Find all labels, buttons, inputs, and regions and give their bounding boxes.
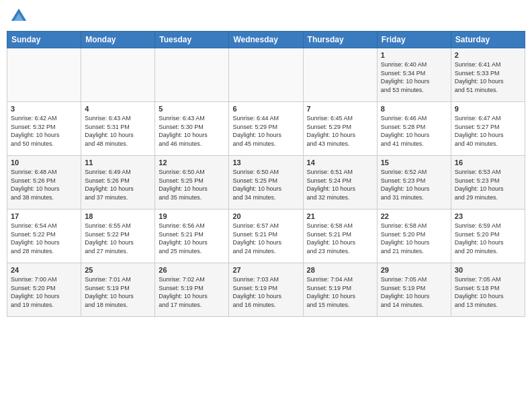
weekday-header-saturday: Saturday (451, 32, 525, 48)
day-cell: 5Sunrise: 6:43 AM Sunset: 5:30 PM Daylig… (155, 102, 229, 156)
weekday-header-friday: Friday (377, 32, 451, 48)
weekday-header-monday: Monday (81, 32, 155, 48)
day-number: 12 (159, 158, 225, 167)
day-number: 16 (455, 158, 521, 167)
day-info: Sunrise: 7:05 AM Sunset: 5:19 PM Dayligh… (381, 275, 447, 309)
day-cell (155, 48, 229, 102)
day-cell: 26Sunrise: 7:02 AM Sunset: 5:19 PM Dayli… (155, 263, 229, 317)
logo-icon (9, 7, 28, 26)
day-number: 26 (159, 266, 225, 274)
day-info: Sunrise: 7:05 AM Sunset: 5:18 PM Dayligh… (455, 275, 521, 309)
day-number: 1 (381, 51, 447, 59)
day-cell: 19Sunrise: 6:56 AM Sunset: 5:21 PM Dayli… (155, 210, 229, 263)
day-info: Sunrise: 6:58 AM Sunset: 5:21 PM Dayligh… (307, 222, 373, 255)
day-number: 22 (381, 212, 447, 220)
day-cell: 28Sunrise: 7:04 AM Sunset: 5:19 PM Dayli… (303, 263, 377, 317)
day-number: 9 (455, 105, 521, 113)
day-cell: 6Sunrise: 6:44 AM Sunset: 5:29 PM Daylig… (229, 102, 303, 156)
week-row-5: 24Sunrise: 7:00 AM Sunset: 5:20 PM Dayli… (7, 263, 525, 317)
day-info: Sunrise: 6:59 AM Sunset: 5:20 PM Dayligh… (455, 222, 521, 255)
day-number: 24 (11, 266, 77, 274)
day-cell: 15Sunrise: 6:52 AM Sunset: 5:23 PM Dayli… (377, 156, 451, 210)
day-info: Sunrise: 6:47 AM Sunset: 5:27 PM Dayligh… (455, 114, 521, 148)
day-info: Sunrise: 6:53 AM Sunset: 5:23 PM Dayligh… (455, 168, 521, 201)
day-number: 13 (232, 158, 299, 167)
day-cell: 13Sunrise: 6:50 AM Sunset: 5:25 PM Dayli… (229, 156, 303, 210)
day-info: Sunrise: 6:51 AM Sunset: 5:24 PM Dayligh… (307, 168, 373, 201)
day-cell: 7Sunrise: 6:45 AM Sunset: 5:29 PM Daylig… (303, 102, 377, 156)
day-info: Sunrise: 6:40 AM Sunset: 5:34 PM Dayligh… (381, 60, 447, 94)
weekday-header-wednesday: Wednesday (229, 32, 303, 48)
day-cell: 12Sunrise: 6:50 AM Sunset: 5:25 PM Dayli… (155, 156, 229, 210)
day-number: 27 (232, 266, 299, 274)
day-cell: 10Sunrise: 6:48 AM Sunset: 5:26 PM Dayli… (7, 156, 81, 210)
day-number: 25 (85, 266, 151, 274)
day-cell: 4Sunrise: 6:43 AM Sunset: 5:31 PM Daylig… (81, 102, 155, 156)
day-number: 23 (455, 212, 521, 220)
day-info: Sunrise: 6:43 AM Sunset: 5:31 PM Dayligh… (85, 114, 151, 148)
day-info: Sunrise: 6:42 AM Sunset: 5:32 PM Dayligh… (11, 114, 77, 148)
day-cell: 11Sunrise: 6:49 AM Sunset: 5:26 PM Dayli… (81, 156, 155, 210)
day-cell (81, 48, 155, 102)
day-cell: 8Sunrise: 6:46 AM Sunset: 5:28 PM Daylig… (377, 102, 451, 156)
day-info: Sunrise: 6:57 AM Sunset: 5:21 PM Dayligh… (232, 222, 299, 255)
day-number: 19 (159, 212, 225, 220)
page-header (7, 7, 525, 26)
day-info: Sunrise: 7:00 AM Sunset: 5:20 PM Dayligh… (11, 275, 77, 309)
day-number: 18 (85, 212, 151, 220)
day-cell: 1Sunrise: 6:40 AM Sunset: 5:34 PM Daylig… (377, 48, 451, 102)
weekday-header-sunday: Sunday (7, 32, 81, 48)
weekday-header-row: SundayMondayTuesdayWednesdayThursdayFrid… (7, 32, 525, 48)
day-number: 10 (11, 158, 77, 167)
day-number: 11 (85, 158, 151, 167)
day-number: 8 (381, 105, 447, 113)
weekday-header-thursday: Thursday (303, 32, 377, 48)
day-number: 20 (232, 212, 299, 220)
week-row-4: 17Sunrise: 6:54 AM Sunset: 5:22 PM Dayli… (7, 210, 525, 263)
day-cell: 30Sunrise: 7:05 AM Sunset: 5:18 PM Dayli… (451, 263, 525, 317)
day-number: 29 (381, 266, 447, 274)
day-number: 15 (381, 158, 447, 167)
day-cell: 9Sunrise: 6:47 AM Sunset: 5:27 PM Daylig… (451, 102, 525, 156)
day-cell: 16Sunrise: 6:53 AM Sunset: 5:23 PM Dayli… (451, 156, 525, 210)
day-number: 14 (307, 158, 373, 167)
day-cell: 2Sunrise: 6:41 AM Sunset: 5:33 PM Daylig… (451, 48, 525, 102)
day-info: Sunrise: 6:43 AM Sunset: 5:30 PM Dayligh… (159, 114, 225, 148)
day-info: Sunrise: 6:41 AM Sunset: 5:33 PM Dayligh… (455, 60, 521, 94)
calendar-table: SundayMondayTuesdayWednesdayThursdayFrid… (7, 31, 525, 317)
day-info: Sunrise: 6:46 AM Sunset: 5:28 PM Dayligh… (381, 114, 447, 148)
day-info: Sunrise: 6:50 AM Sunset: 5:25 PM Dayligh… (159, 168, 225, 201)
day-number: 6 (232, 105, 299, 113)
day-cell (229, 48, 303, 102)
day-cell: 22Sunrise: 6:58 AM Sunset: 5:20 PM Dayli… (377, 210, 451, 263)
day-cell (7, 48, 81, 102)
week-row-1: 1Sunrise: 6:40 AM Sunset: 5:34 PM Daylig… (7, 48, 525, 102)
day-number: 5 (159, 105, 225, 113)
day-number: 17 (11, 212, 77, 220)
day-info: Sunrise: 6:55 AM Sunset: 5:22 PM Dayligh… (85, 222, 151, 255)
day-info: Sunrise: 6:45 AM Sunset: 5:29 PM Dayligh… (307, 114, 373, 148)
day-cell: 20Sunrise: 6:57 AM Sunset: 5:21 PM Dayli… (229, 210, 303, 263)
day-info: Sunrise: 6:48 AM Sunset: 5:26 PM Dayligh… (11, 168, 77, 201)
day-info: Sunrise: 6:54 AM Sunset: 5:22 PM Dayligh… (11, 222, 77, 255)
day-info: Sunrise: 6:44 AM Sunset: 5:29 PM Dayligh… (232, 114, 299, 148)
day-cell: 27Sunrise: 7:03 AM Sunset: 5:19 PM Dayli… (229, 263, 303, 317)
day-cell: 29Sunrise: 7:05 AM Sunset: 5:19 PM Dayli… (377, 263, 451, 317)
day-info: Sunrise: 7:04 AM Sunset: 5:19 PM Dayligh… (307, 275, 373, 309)
day-info: Sunrise: 6:50 AM Sunset: 5:25 PM Dayligh… (232, 168, 299, 201)
day-info: Sunrise: 7:02 AM Sunset: 5:19 PM Dayligh… (159, 275, 225, 309)
day-number: 7 (307, 105, 373, 113)
week-row-3: 10Sunrise: 6:48 AM Sunset: 5:26 PM Dayli… (7, 156, 525, 210)
day-number: 30 (455, 266, 521, 274)
day-number: 28 (307, 266, 373, 274)
weekday-header-tuesday: Tuesday (155, 32, 229, 48)
day-cell: 17Sunrise: 6:54 AM Sunset: 5:22 PM Dayli… (7, 210, 81, 263)
day-cell: 21Sunrise: 6:58 AM Sunset: 5:21 PM Dayli… (303, 210, 377, 263)
day-info: Sunrise: 6:56 AM Sunset: 5:21 PM Dayligh… (159, 222, 225, 255)
day-info: Sunrise: 7:03 AM Sunset: 5:19 PM Dayligh… (232, 275, 299, 309)
week-row-2: 3Sunrise: 6:42 AM Sunset: 5:32 PM Daylig… (7, 102, 525, 156)
day-info: Sunrise: 6:49 AM Sunset: 5:26 PM Dayligh… (85, 168, 151, 201)
day-cell: 3Sunrise: 6:42 AM Sunset: 5:32 PM Daylig… (7, 102, 81, 156)
day-cell: 18Sunrise: 6:55 AM Sunset: 5:22 PM Dayli… (81, 210, 155, 263)
day-info: Sunrise: 6:58 AM Sunset: 5:20 PM Dayligh… (381, 222, 447, 255)
